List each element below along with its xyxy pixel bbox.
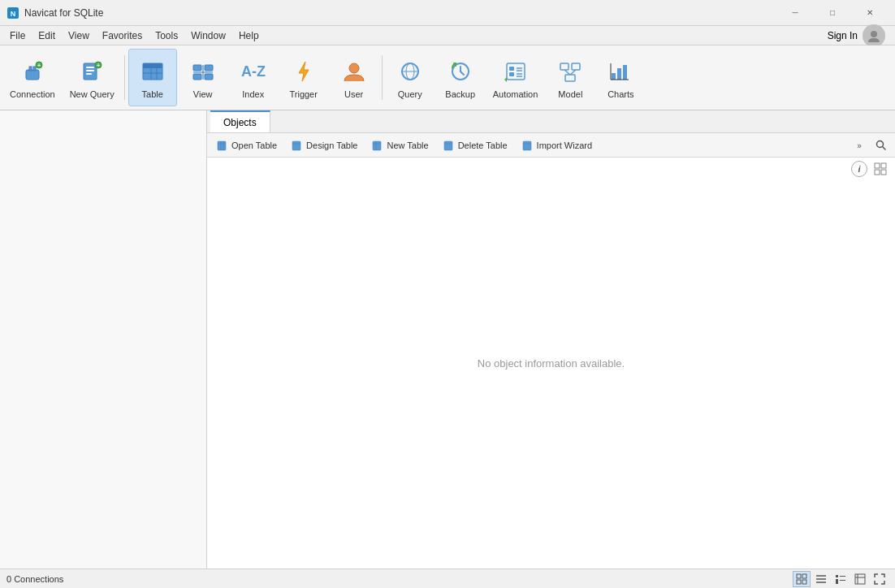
new-table-icon	[372, 140, 383, 151]
new-query-label: New Query	[70, 89, 115, 99]
svg-text:A-Z: A-Z	[241, 63, 266, 80]
svg-rect-42	[565, 75, 575, 81]
title-bar: N Navicat for SQLite ─ □ ✕	[0, 0, 895, 26]
svg-text:»: »	[857, 141, 862, 150]
design-table-button[interactable]: Design Table	[285, 137, 364, 153]
minimize-button[interactable]: ─	[776, 0, 814, 26]
status-fullscreen-button[interactable]	[871, 571, 889, 587]
menu-favorites[interactable]: Favorites	[96, 28, 149, 43]
right-panel: Objects Open Table	[207, 110, 895, 569]
svg-rect-81	[836, 582, 838, 584]
svg-line-44	[570, 70, 576, 75]
status-list-button[interactable]	[812, 571, 830, 587]
svg-text:N: N	[11, 10, 16, 18]
user-label: User	[344, 89, 363, 99]
menu-edit[interactable]: Edit	[32, 28, 62, 43]
svg-rect-59	[444, 141, 452, 150]
toolbar-model[interactable]: Model	[546, 49, 595, 106]
toolbar-view[interactable]: View	[179, 49, 227, 106]
objects-tab-label: Objects	[223, 117, 257, 128]
menu-help[interactable]: Help	[232, 28, 266, 43]
svg-rect-82	[855, 574, 865, 584]
open-table-button[interactable]: Open Table	[210, 137, 283, 153]
user-icon	[339, 57, 369, 86]
close-button[interactable]: ✕	[851, 0, 889, 26]
app-title: Navicat for SQLite	[24, 7, 776, 19]
view-label: View	[193, 89, 213, 99]
toolbar-charts[interactable]: Charts	[596, 49, 645, 106]
automation-icon	[501, 57, 530, 86]
toolbar-connection[interactable]: + Connection	[3, 49, 62, 106]
svg-rect-69	[881, 170, 886, 175]
import-wizard-icon	[522, 140, 534, 151]
design-table-label: Design Table	[306, 141, 357, 150]
action-bar: Open Table Design Table	[207, 133, 895, 158]
svg-rect-5	[33, 67, 36, 71]
svg-rect-9	[86, 67, 94, 68]
status-icons	[793, 571, 889, 587]
toolbar-query[interactable]: Query	[386, 49, 435, 106]
svg-text:+: +	[97, 63, 100, 68]
svg-rect-11	[86, 73, 92, 75]
svg-rect-3	[26, 70, 39, 80]
signin-area[interactable]: Sign In	[828, 24, 892, 47]
svg-rect-22	[205, 74, 213, 80]
svg-rect-68	[875, 170, 880, 175]
delete-table-button[interactable]: Delete Table	[437, 137, 514, 153]
svg-rect-77	[836, 575, 838, 577]
svg-rect-50	[218, 141, 226, 150]
connections-status: 0 Connections	[6, 574, 63, 584]
svg-rect-56	[373, 141, 381, 150]
svg-rect-61	[523, 141, 531, 150]
status-grid-button[interactable]	[793, 571, 811, 587]
svg-rect-35	[509, 72, 514, 76]
svg-line-43	[564, 70, 570, 75]
toolbar-user[interactable]: User	[330, 49, 378, 106]
svg-rect-21	[193, 74, 201, 80]
index-label: Index	[242, 89, 264, 99]
menu-file[interactable]: File	[3, 28, 32, 43]
grid-view-button[interactable]	[872, 161, 889, 177]
new-table-button[interactable]: New Table	[365, 137, 435, 153]
menu-window[interactable]: Window	[184, 28, 232, 43]
import-wizard-button[interactable]: Import Wizard	[516, 137, 599, 153]
svg-rect-73	[802, 580, 806, 584]
svg-rect-71	[802, 574, 806, 578]
svg-rect-34	[509, 67, 514, 71]
menu-tools[interactable]: Tools	[149, 28, 184, 43]
info-button[interactable]: i	[851, 161, 867, 177]
status-expand-button[interactable]	[851, 571, 869, 587]
model-icon	[556, 57, 585, 86]
svg-text:+: +	[37, 63, 41, 68]
toolbar-new-query[interactable]: + New Query	[63, 49, 121, 106]
svg-rect-67	[881, 163, 886, 168]
connection-label: Connection	[10, 89, 55, 99]
automation-label: Automation	[493, 89, 538, 99]
left-panel	[0, 110, 207, 569]
search-button[interactable]	[871, 137, 892, 153]
svg-rect-4	[29, 67, 32, 71]
import-wizard-label: Import Wizard	[537, 141, 592, 150]
toolbar-automation[interactable]: Automation	[486, 49, 545, 106]
toolbar-backup[interactable]: Backup	[436, 49, 485, 106]
objects-tab[interactable]: Objects	[210, 110, 270, 132]
status-detail-button[interactable]	[832, 571, 850, 587]
expand-button[interactable]: »	[851, 139, 867, 152]
status-bar: 0 Connections	[0, 569, 895, 588]
table-icon	[138, 57, 167, 86]
open-table-icon	[217, 140, 228, 151]
info-controls: i	[851, 161, 889, 177]
window-controls[interactable]: ─ □ ✕	[776, 0, 889, 26]
svg-rect-70	[797, 574, 801, 578]
svg-rect-10	[86, 70, 94, 71]
main-area: Objects Open Table	[0, 110, 895, 569]
view-icon	[188, 57, 218, 86]
svg-marker-26	[299, 62, 309, 81]
maximize-button[interactable]: □	[814, 0, 851, 26]
menu-view[interactable]: View	[62, 28, 96, 43]
svg-point-27	[349, 63, 359, 73]
toolbar-table[interactable]: Table	[128, 49, 177, 106]
toolbar-trigger[interactable]: Trigger	[279, 49, 328, 106]
toolbar-index[interactable]: A-Z Index	[229, 49, 278, 106]
trigger-icon	[289, 57, 318, 86]
